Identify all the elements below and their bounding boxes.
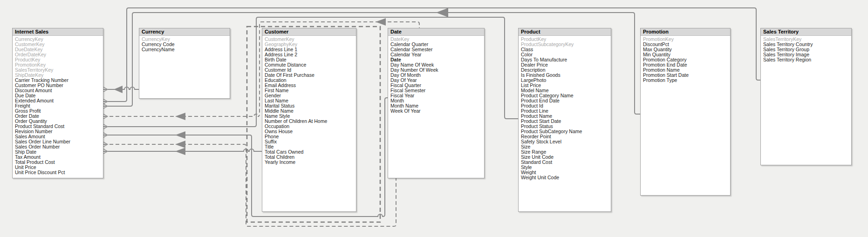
arrowhead-icon: [175, 148, 185, 155]
table-title[interactable]: Promotion: [641, 28, 730, 36]
table-date[interactable]: DateDateKeyCalendar QuarterCalendar Seme…: [388, 28, 485, 178]
table-title[interactable]: Internet Sales: [13, 28, 103, 36]
field-yearly-income[interactable]: Yearly Income: [262, 160, 356, 165]
field-calendar-year[interactable]: Calendar Year: [388, 52, 484, 57]
arrowhead-icon: [436, 8, 448, 17]
table-title[interactable]: Date: [388, 28, 484, 36]
table-title[interactable]: Customer: [262, 28, 356, 36]
arrowhead-icon: [376, 18, 386, 26]
field-promotion-type[interactable]: Promotion Type: [641, 78, 730, 83]
field-list: SalesTerritoryKeySales Territory Country…: [761, 36, 851, 62]
table-promotion[interactable]: PromotionPromotionKeyDiscountPctMax Quan…: [640, 28, 731, 196]
field-suffix[interactable]: Suffix: [262, 139, 356, 144]
field-list: CustomerKeyGeographyKeyAddress Line 1Add…: [262, 36, 356, 165]
table-sales-territory[interactable]: Sales TerritorySalesTerritoryKeySales Te…: [760, 28, 852, 165]
field-list: PromotionKeyDiscountPctMax QuantityMin Q…: [641, 36, 730, 83]
field-unit-price-discount-pct[interactable]: Unit Price Discount Pct: [13, 170, 103, 175]
field-standard-cost[interactable]: Standard Cost: [519, 160, 611, 165]
field-currencyname[interactable]: CurrencyName: [139, 47, 230, 52]
arrowhead-icon: [114, 86, 123, 93]
table-title[interactable]: Sales Territory: [761, 28, 851, 36]
table-product[interactable]: ProductProductKeyProductSubcategoryKeyCl…: [518, 28, 611, 212]
field-sales-territory-region[interactable]: Sales Territory Region: [761, 57, 851, 62]
field-list: CurrencyKeyCurrency CodeCurrencyName: [139, 36, 230, 52]
table-title[interactable]: Product: [519, 28, 611, 36]
field-week-of-year[interactable]: Week Of Year: [388, 108, 484, 114]
table-internet-sales[interactable]: Internet SalesCurrencyKeyCustomerKeyDueD…: [12, 28, 103, 178]
table-currency[interactable]: CurrencyCurrencyKeyCurrency CodeCurrency…: [139, 28, 230, 99]
arrowhead-icon: [175, 131, 185, 139]
field-weight-unit-code[interactable]: Weight Unit Code: [519, 175, 611, 180]
field-list: ProductKeyProductSubcategoryKeyClassColo…: [519, 36, 611, 180]
arrowhead-icon: [175, 141, 185, 148]
table-customer[interactable]: CustomerCustomerKeyGeographyKeyAddress L…: [262, 28, 356, 212]
table-title[interactable]: Currency: [139, 28, 230, 36]
arrowhead-icon: [175, 113, 185, 120]
field-list: CurrencyKeyCustomerKeyDueDateKeyOrderDat…: [13, 36, 103, 175]
crowsfoot-chevrons: [103, 87, 108, 154]
field-list: DateKeyCalendar QuarterCalendar Semester…: [388, 36, 484, 114]
field-safety-stock-level[interactable]: Safety Stock Level: [519, 139, 611, 144]
diagram-canvas[interactable]: Internet SalesCurrencyKeyCustomerKeyDueD…: [0, 0, 868, 237]
